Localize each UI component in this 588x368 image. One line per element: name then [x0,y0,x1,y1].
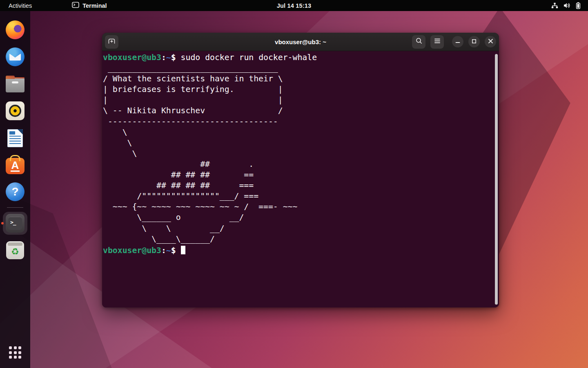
prompt-user-host: vboxuser@ub3 [103,53,161,62]
terminal-screen[interactable]: vboxuser@ub3:~$ sudo docker run docker-w… [102,51,499,307]
minimize-icon [455,38,460,45]
dock-item-files[interactable] [3,74,27,94]
dock-item-terminal[interactable]: >_ [3,213,27,233]
dock-item-rhythmbox[interactable] [3,101,27,121]
activities-label: Activities [9,2,32,9]
trash-icon: ♻ [6,241,24,259]
battery-icon [576,2,581,9]
terminal-window: vboxuser@ub3: ~ [102,33,499,307]
hamburger-menu-icon [434,38,441,45]
volume-icon [564,2,570,9]
network-icon [551,2,558,9]
thunderbird-icon [6,47,24,66]
activities-button[interactable]: Activities [0,0,39,11]
dock-item-help[interactable]: ? [3,182,27,202]
close-icon [488,38,493,45]
typed-command: sudo docker run docker-whale [181,53,317,62]
terminal-icon: >_ [6,214,24,233]
firefox-icon [6,20,24,39]
new-tab-icon [108,38,116,46]
prompt-user-host: vboxuser@ub3 [103,246,161,255]
focused-app-highlight: >_ [3,212,27,235]
clock[interactable]: Jul 14 15:13 [272,0,316,11]
system-status-area[interactable] [549,0,583,11]
window-titlebar[interactable]: vboxuser@ub3: ~ [102,33,499,51]
minimize-button[interactable] [452,36,463,47]
command-line: vboxuser@ub3:~$ sudo docker run docker-w… [103,52,492,63]
text-cursor [181,246,185,254]
help-icon: ? [6,182,24,201]
dock: A ? >_ ♻ [0,11,30,368]
system-top-bar: Activities Terminal Jul 14 15:13 [0,0,588,11]
ubuntu-software-icon: A [6,158,24,174]
dock-item-thunderbird[interactable] [3,47,27,67]
search-icon [415,37,423,46]
show-applications-button[interactable] [3,343,27,362]
dock-separator [7,207,23,208]
menu-button[interactable] [430,35,444,49]
close-button[interactable] [485,36,496,47]
new-tab-button[interactable] [105,35,118,49]
window-title: vboxuser@ub3: ~ [275,38,326,45]
dock-item-ubuntu-software[interactable]: A [3,155,27,175]
dock-item-firefox[interactable] [3,20,27,40]
dock-item-trash[interactable]: ♻ [3,240,27,260]
search-button[interactable] [412,35,425,49]
maximize-button[interactable] [468,36,480,47]
focused-app-menu[interactable]: Terminal [72,2,107,9]
dock-item-libreoffice-writer[interactable] [3,128,27,148]
libreoffice-writer-icon [7,129,23,147]
whale-ascii-art: ___________________________________ / Wh… [103,63,492,245]
prompt-path: ~ [166,246,171,255]
focused-app-label: Terminal [82,2,107,9]
show-applications-grid-icon [9,346,21,359]
rhythmbox-icon [6,101,24,120]
maximize-icon [472,38,477,45]
terminal-app-icon [72,2,79,9]
running-indicator-dot [1,222,4,224]
current-prompt-line: vboxuser@ub3:~$ [103,245,492,256]
files-folder-icon [6,78,24,92]
terminal-scrollbar[interactable] [495,54,498,305]
prompt-path: ~ [166,53,171,62]
